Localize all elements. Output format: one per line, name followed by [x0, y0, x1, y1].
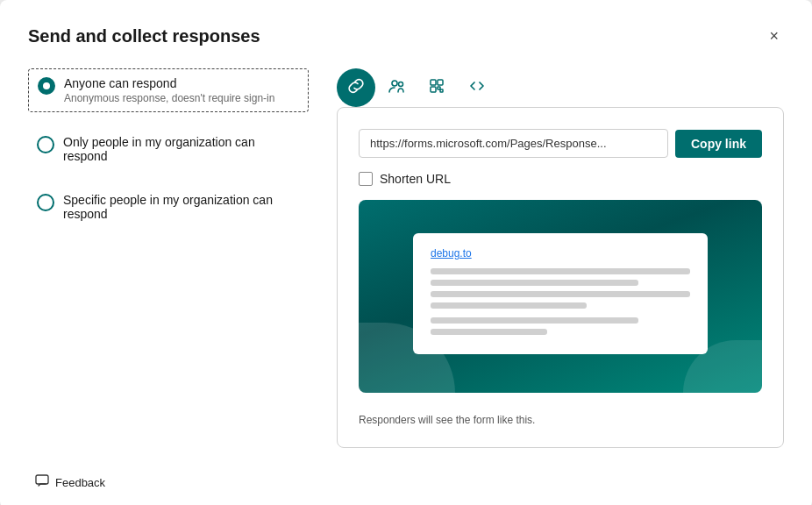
preview-line-1 — [431, 268, 690, 274]
dialog-title: Send and collect responses — [28, 26, 260, 46]
svg-rect-2 — [431, 80, 436, 85]
svg-rect-4 — [431, 87, 436, 92]
qr-icon — [428, 77, 445, 98]
radio-sublabel-anyone: Anonymous response, doesn't require sign… — [64, 92, 274, 104]
tab-people[interactable] — [377, 68, 416, 107]
shorten-url-label: Shorten URL — [380, 172, 451, 186]
preview-caption: Responders will see the form like this. — [359, 414, 762, 426]
left-panel: Anyone can respond Anonymous response, d… — [28, 68, 309, 448]
tab-embed[interactable] — [458, 68, 496, 107]
preview-card-inner: debug.to — [413, 233, 708, 354]
radio-option-anyone[interactable]: Anyone can respond Anonymous response, d… — [28, 68, 309, 112]
radio-label-specific: Specific people in my organization can r… — [63, 193, 300, 221]
preview-line-3 — [431, 291, 690, 297]
feedback-button[interactable]: Feedback — [28, 471, 112, 494]
preview-line-2 — [431, 280, 638, 286]
radio-label-group-org: Only people in my organization can respo… — [63, 135, 300, 163]
radio-circle-anyone — [38, 77, 55, 95]
radio-label-group-anyone: Anyone can respond Anonymous response, d… — [64, 76, 274, 104]
close-button[interactable]: × — [764, 25, 784, 47]
link-icon — [347, 77, 365, 98]
url-input[interactable] — [359, 129, 668, 158]
preview-link: debug.to — [431, 247, 690, 260]
people-icon — [388, 77, 405, 98]
send-collect-dialog: Send and collect responses × Anyone can … — [0, 0, 812, 505]
url-row: Copy link — [359, 129, 762, 158]
copy-link-button[interactable]: Copy link — [675, 130, 762, 158]
right-panel: Copy link Shorten URL debug.to — [337, 68, 784, 448]
preview-line-4 — [431, 302, 587, 309]
panel-box: Copy link Shorten URL debug.to — [337, 107, 784, 448]
tabs-row — [337, 68, 784, 107]
svg-point-0 — [392, 81, 397, 86]
feedback-label: Feedback — [55, 476, 105, 489]
dialog-header: Send and collect responses × — [28, 25, 784, 47]
embed-icon — [468, 77, 486, 98]
tab-qr[interactable] — [417, 68, 456, 107]
shorten-url-row[interactable]: Shorten URL — [359, 172, 762, 186]
radio-circle-specific — [37, 194, 54, 211]
shorten-checkbox[interactable] — [359, 172, 373, 186]
tab-link[interactable] — [337, 68, 375, 107]
preview-card: debug.to — [359, 200, 762, 393]
radio-circle-org — [37, 136, 54, 153]
svg-rect-6 — [440, 89, 443, 92]
radio-label-org: Only people in my organization can respo… — [63, 135, 300, 163]
svg-rect-5 — [438, 87, 440, 89]
radio-option-org[interactable]: Only people in my organization can respo… — [28, 128, 309, 170]
radio-label-group-specific: Specific people in my organization can r… — [63, 193, 300, 221]
preview-line-5 — [431, 317, 638, 324]
preview-line-6 — [431, 329, 547, 335]
svg-rect-7 — [36, 475, 48, 484]
radio-option-specific[interactable]: Specific people in my organization can r… — [28, 186, 309, 228]
dialog-body: Anyone can respond Anonymous response, d… — [28, 68, 784, 448]
radio-label-anyone: Anyone can respond — [64, 76, 274, 90]
svg-point-1 — [399, 82, 403, 87]
dialog-footer: Feedback — [28, 459, 784, 505]
feedback-icon — [35, 474, 49, 491]
svg-rect-3 — [438, 80, 443, 85]
